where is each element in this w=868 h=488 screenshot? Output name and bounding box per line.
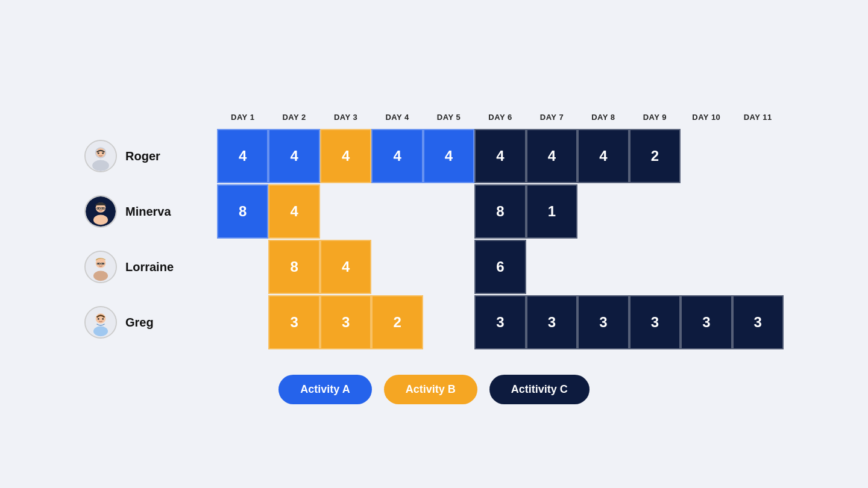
cell: 3 bbox=[629, 295, 681, 349]
cell: 4 bbox=[474, 129, 526, 183]
cell bbox=[320, 184, 371, 239]
cell bbox=[681, 240, 732, 294]
cell: 3 bbox=[577, 295, 629, 349]
person-name: Lorraine bbox=[125, 260, 174, 274]
table-row: Minerva8481 bbox=[84, 184, 784, 239]
data-rows: Roger444444442 Minerva8481 Lorraine846 bbox=[84, 129, 784, 351]
cells-row: 332333333 bbox=[217, 295, 784, 349]
cell: 6 bbox=[474, 240, 526, 294]
person-info: Minerva bbox=[84, 195, 217, 228]
svg-point-12 bbox=[93, 215, 108, 225]
day-label: DAY 6 bbox=[474, 108, 526, 127]
cell: 4 bbox=[371, 129, 423, 183]
svg-point-19 bbox=[93, 271, 108, 281]
cell bbox=[526, 240, 577, 294]
cell: 2 bbox=[629, 129, 681, 183]
days-header: DAY 1DAY 2DAY 3DAY 4DAY 5DAY 6DAY 7DAY 8… bbox=[217, 108, 784, 127]
person-name: Minerva bbox=[125, 205, 171, 219]
cell: 8 bbox=[474, 184, 526, 239]
chart-area: DAY 1DAY 2DAY 3DAY 4DAY 5DAY 6DAY 7DAY 8… bbox=[84, 108, 784, 351]
legend-pill: Activity A bbox=[278, 375, 371, 404]
cell bbox=[217, 240, 268, 294]
cell: 8 bbox=[217, 184, 268, 239]
cells-row: 444444442 bbox=[217, 129, 784, 183]
main-container: DAY 1DAY 2DAY 3DAY 4DAY 5DAY 6DAY 7DAY 8… bbox=[72, 60, 796, 428]
person-name: Roger bbox=[125, 149, 160, 163]
cell bbox=[629, 240, 681, 294]
avatar bbox=[84, 306, 117, 339]
avatar bbox=[84, 251, 117, 283]
svg-point-4 bbox=[98, 152, 99, 154]
cell bbox=[423, 295, 474, 349]
person-name: Greg bbox=[125, 316, 154, 330]
cell bbox=[732, 129, 784, 183]
cell: 3 bbox=[474, 295, 526, 349]
person-info: Lorraine bbox=[84, 251, 217, 283]
legend: Activity AActivity BActitivity C bbox=[84, 375, 784, 404]
cell bbox=[371, 184, 423, 239]
cell: 1 bbox=[526, 184, 577, 239]
day-label: DAY 9 bbox=[629, 108, 681, 127]
cell: 3 bbox=[268, 295, 319, 349]
svg-point-5 bbox=[102, 152, 104, 154]
cell: 4 bbox=[423, 129, 474, 183]
day-label: DAY 4 bbox=[371, 108, 423, 127]
cell bbox=[577, 240, 629, 294]
day-label: DAY 8 bbox=[577, 108, 629, 127]
cell bbox=[423, 184, 474, 239]
cell: 4 bbox=[320, 129, 371, 183]
cell: 4 bbox=[577, 129, 629, 183]
cell bbox=[371, 240, 423, 294]
cell: 4 bbox=[320, 240, 371, 294]
cell: 2 bbox=[371, 295, 423, 349]
cell: 4 bbox=[268, 129, 319, 183]
legend-pill: Actitivity C bbox=[489, 375, 590, 404]
cell: 3 bbox=[732, 295, 784, 349]
svg-point-22 bbox=[98, 318, 99, 320]
cell: 4 bbox=[526, 129, 577, 183]
person-info: Roger bbox=[84, 140, 217, 172]
day-label: DAY 3 bbox=[320, 108, 371, 127]
cell: 4 bbox=[217, 129, 268, 183]
cell bbox=[217, 295, 268, 349]
cell bbox=[732, 240, 784, 294]
svg-point-2 bbox=[92, 160, 109, 171]
days-header-row: DAY 1DAY 2DAY 3DAY 4DAY 5DAY 6DAY 7DAY 8… bbox=[84, 108, 784, 127]
day-label: DAY 5 bbox=[423, 108, 474, 127]
avatar bbox=[84, 140, 117, 172]
table-row: Greg332333333 bbox=[84, 295, 784, 349]
svg-point-24 bbox=[93, 326, 108, 336]
avatar bbox=[84, 195, 117, 228]
cell: 3 bbox=[320, 295, 371, 349]
cell bbox=[732, 184, 784, 239]
cell bbox=[681, 184, 732, 239]
day-label: DAY 2 bbox=[268, 108, 319, 127]
svg-point-23 bbox=[102, 318, 104, 320]
table-row: Lorraine846 bbox=[84, 240, 784, 294]
day-label: DAY 1 bbox=[217, 108, 268, 127]
cell bbox=[681, 129, 732, 183]
cell bbox=[423, 240, 474, 294]
table-row: Roger444444442 bbox=[84, 129, 784, 183]
day-label: DAY 7 bbox=[526, 108, 577, 127]
day-label: DAY 10 bbox=[681, 108, 732, 127]
legend-pill: Activity B bbox=[384, 375, 477, 404]
person-info: Greg bbox=[84, 306, 217, 339]
day-label: DAY 11 bbox=[732, 108, 784, 127]
cell bbox=[629, 184, 681, 239]
cell: 3 bbox=[526, 295, 577, 349]
cell: 4 bbox=[268, 184, 319, 239]
cell: 3 bbox=[681, 295, 732, 349]
cells-row: 8481 bbox=[217, 184, 784, 239]
cell: 8 bbox=[268, 240, 319, 294]
cell bbox=[577, 184, 629, 239]
cells-row: 846 bbox=[217, 240, 784, 294]
